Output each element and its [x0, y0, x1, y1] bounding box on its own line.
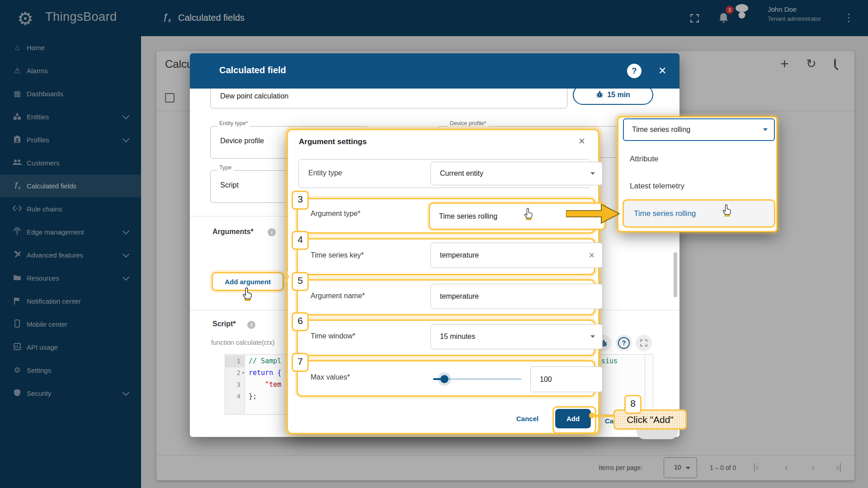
script-signature: function calculate(ctx): [211, 339, 274, 346]
dialog-header: Calculated field ? ✕: [190, 53, 679, 89]
row-label: Argument type*: [311, 210, 360, 218]
dialog-scrollbar[interactable]: [674, 252, 677, 297]
hand-cursor-icon: [523, 208, 533, 222]
code-fragment: sius: [601, 357, 618, 365]
code-line: };: [249, 392, 257, 400]
code-line: return {: [249, 369, 281, 377]
row-label: Max values*: [311, 373, 350, 381]
chevron-down-icon: [763, 128, 768, 131]
max-values-input[interactable]: 100: [530, 366, 603, 392]
bug-icon: [596, 90, 604, 100]
type-label: Type: [217, 164, 234, 171]
hand-cursor-icon: [722, 204, 731, 218]
option-latest-telemetry[interactable]: Latest telemetry: [630, 182, 684, 191]
step-badge-3: 3: [292, 191, 309, 210]
hand-cursor-icon: [241, 287, 252, 303]
close-icon[interactable]: ✕: [578, 136, 585, 146]
field-value: Current entity: [440, 169, 483, 178]
annotation-tail-chevron: ❯: [283, 270, 291, 281]
field-value: Time series rolling: [439, 212, 497, 221]
option-time-series-rolling[interactable]: Time series rolling: [623, 199, 775, 228]
field-value: 100: [540, 375, 552, 384]
annotation-connector-dot: [589, 413, 595, 418]
line-number: 3: [225, 381, 241, 388]
app-root: ⚙ ThingsBoard ƒx Calculated fields 3 Joh…: [0, 0, 868, 488]
clear-icon[interactable]: ✕: [589, 251, 595, 260]
step-badge-5: 5: [292, 272, 309, 291]
code-line: "tem: [249, 380, 281, 389]
dialog-title: Calculated field: [219, 65, 286, 75]
args-add-button[interactable]: Add: [555, 409, 591, 428]
argument-type-dropdown-panel: Time series rolling Attribute Latest tel…: [617, 116, 778, 232]
script-help-icon[interactable]: ?: [616, 335, 632, 351]
add-argument-button[interactable]: Add argument: [225, 278, 271, 286]
chevron-down-icon: [590, 335, 595, 338]
code-line: // Sampl: [249, 357, 281, 365]
slider-thumb[interactable]: [440, 375, 448, 383]
argument-name-input[interactable]: temperature: [430, 284, 603, 309]
row-label: Time window*: [311, 332, 355, 340]
argument-type-open-select[interactable]: Time series rolling: [623, 118, 775, 141]
device-profile-label: Device profile*: [448, 120, 489, 127]
chevron-down-icon: [590, 172, 595, 175]
help-icon[interactable]: ?: [627, 64, 642, 78]
time-window-select[interactable]: 15 minutes: [430, 324, 603, 349]
line-number: 1: [225, 357, 241, 365]
args-cancel-button[interactable]: Cancel: [516, 415, 538, 422]
args-dialog-title: Argument settings: [299, 137, 367, 146]
info-icon: i: [247, 321, 255, 329]
field-value: temperature: [440, 292, 479, 300]
script-fullscreen-icon[interactable]: [636, 335, 652, 351]
entity-type-value-select[interactable]: Current entity: [430, 162, 603, 185]
option-attribute[interactable]: Attribute: [630, 155, 658, 164]
selected-value: Time series rolling: [632, 126, 690, 134]
field-value: temperature: [440, 251, 479, 259]
tutorial-arrow-icon: [566, 203, 621, 224]
line-number: 4: [225, 393, 241, 400]
click-add-annotation: Click "Add": [613, 409, 687, 430]
row-label: Time series key*: [311, 251, 364, 259]
field-value: 15 minutes: [440, 333, 475, 341]
row-label: Argument name*: [311, 292, 365, 300]
step-badge-6: 6: [292, 312, 309, 331]
fold-caret-icon[interactable]: ▼: [241, 371, 245, 375]
info-icon: i: [268, 228, 276, 236]
line-number: 2: [225, 369, 241, 376]
entity-type-label: Entity type*: [217, 120, 250, 127]
step-badge-8: 8: [624, 395, 642, 414]
step-badge-7: 7: [292, 353, 309, 372]
script-section-label: Script*: [212, 320, 236, 328]
row-label: Entity type: [308, 169, 342, 177]
step-badge-4: 4: [292, 231, 309, 250]
close-icon[interactable]: ✕: [658, 65, 666, 77]
arguments-section-label: Arguments*: [212, 228, 254, 236]
argument-settings-dialog: Argument settings ✕ Entity type Current …: [287, 129, 599, 434]
editor-divider: [645, 355, 645, 414]
time-series-key-input[interactable]: temperature ✕: [430, 243, 603, 268]
